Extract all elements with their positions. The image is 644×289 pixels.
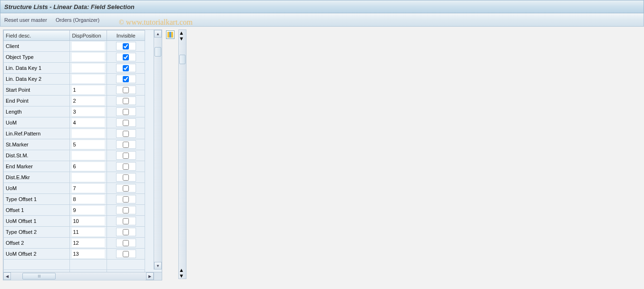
disp-position-input[interactable] [72, 53, 105, 61]
invisible-checkbox[interactable] [123, 251, 129, 257]
cell-disp-position[interactable] [70, 52, 107, 63]
cell-field-desc[interactable]: Dist.St.M. [4, 150, 70, 161]
disp-position-input[interactable] [72, 173, 105, 182]
cell-disp-position[interactable] [70, 161, 107, 172]
invisible-checkbox[interactable] [123, 54, 129, 60]
disp-position-input[interactable] [72, 96, 105, 105]
invisible-checkbox[interactable] [123, 207, 129, 213]
cell-invisible[interactable] [107, 52, 145, 63]
cell-field-desc[interactable]: St.Marker [4, 139, 70, 150]
disp-position-input[interactable] [72, 107, 105, 116]
cell-invisible[interactable] [107, 139, 145, 150]
header-invisible[interactable]: Invisible [107, 30, 145, 41]
cell-disp-position[interactable] [70, 74, 107, 85]
invisible-checkbox[interactable] [123, 131, 129, 137]
cell-disp-position[interactable] [70, 85, 107, 96]
scroll-up-icon[interactable]: ▲ [154, 30, 162, 38]
table-settings-icon[interactable] [166, 30, 175, 39]
disp-position-input[interactable] [72, 184, 105, 193]
scroll-down-icon[interactable]: ▼ [179, 36, 186, 41]
header-field-desc[interactable]: Field desc. [4, 30, 70, 41]
scroll-right-icon[interactable]: ▶ [146, 272, 154, 280]
cell-invisible[interactable] [107, 194, 145, 205]
invisible-checkbox[interactable] [123, 229, 129, 235]
disp-position-input[interactable] [72, 75, 105, 83]
table-vertical-scrollbar[interactable]: ▲ ▼ [154, 30, 162, 270]
cell-field-desc[interactable]: UoM [4, 117, 70, 128]
invisible-checkbox[interactable] [123, 240, 129, 246]
orders-organizer-button[interactable]: Orders (Organizer) [56, 17, 99, 23]
cell-field-desc[interactable]: Start Point [4, 85, 70, 96]
invisible-checkbox[interactable] [123, 120, 129, 126]
cell-disp-position[interactable] [70, 128, 107, 139]
cell-field-desc[interactable]: UoM Offset 1 [4, 216, 70, 227]
cell-invisible[interactable] [107, 249, 145, 260]
cell-invisible[interactable] [107, 238, 145, 249]
cell-disp-position[interactable] [70, 172, 107, 183]
header-disp-position[interactable]: DispPosition [70, 30, 107, 41]
scroll-track[interactable] [154, 38, 162, 262]
cell-invisible[interactable] [107, 96, 145, 106]
disp-position-input[interactable] [72, 162, 105, 171]
cell-disp-position[interactable] [70, 41, 107, 52]
page-vertical-scrollbar[interactable]: ▲ ▼ ▲ ▼ [178, 29, 186, 279]
cell-invisible[interactable] [107, 63, 145, 74]
cell-invisible[interactable] [107, 161, 145, 172]
cell-invisible[interactable] [107, 172, 145, 183]
cell-field-desc[interactable]: Lin. Data Key 2 [4, 74, 70, 85]
cell-disp-position[interactable] [70, 227, 107, 238]
disp-position-input[interactable] [72, 217, 105, 225]
cell-field-desc[interactable]: End Point [4, 96, 70, 106]
cell-field-desc[interactable]: Type Offset 1 [4, 194, 70, 205]
cell-disp-position[interactable] [70, 205, 107, 216]
scroll-left-icon[interactable]: ◀ [3, 272, 11, 280]
disp-position-input[interactable] [72, 42, 105, 50]
disp-position-input[interactable] [72, 239, 105, 247]
scroll-thumb-h[interactable] [22, 273, 56, 279]
disp-position-input[interactable] [72, 206, 105, 214]
cell-invisible[interactable] [107, 85, 145, 96]
invisible-checkbox[interactable] [123, 98, 129, 104]
cell-invisible[interactable] [107, 74, 145, 85]
invisible-checkbox[interactable] [123, 196, 129, 202]
invisible-checkbox[interactable] [123, 153, 129, 159]
scroll-up-icon[interactable]: ▲ [179, 267, 186, 273]
cell-invisible[interactable] [107, 216, 145, 227]
invisible-checkbox[interactable] [123, 76, 129, 82]
cell-disp-position[interactable] [70, 63, 107, 74]
invisible-checkbox[interactable] [123, 87, 129, 93]
cell-disp-position[interactable] [70, 216, 107, 227]
invisible-checkbox[interactable] [123, 109, 129, 115]
invisible-checkbox[interactable] [123, 174, 129, 181]
scroll-track[interactable] [179, 41, 186, 267]
invisible-checkbox[interactable] [123, 43, 129, 49]
disp-position-input[interactable] [72, 228, 105, 236]
cell-invisible[interactable] [107, 106, 145, 117]
disp-position-input[interactable] [72, 64, 105, 72]
disp-position-input[interactable] [72, 151, 105, 160]
scroll-down-icon[interactable]: ▼ [179, 273, 186, 279]
cell-disp-position[interactable] [70, 150, 107, 161]
scroll-down-icon[interactable]: ▼ [154, 262, 162, 270]
reset-user-master-button[interactable]: Reset user master [4, 17, 47, 23]
cell-disp-position[interactable] [70, 139, 107, 150]
cell-field-desc[interactable]: Object Type [4, 52, 70, 63]
cell-field-desc[interactable]: Type Offset 2 [4, 227, 70, 238]
scroll-thumb[interactable] [155, 47, 161, 57]
cell-invisible[interactable] [107, 205, 145, 216]
cell-field-desc[interactable]: Offset 2 [4, 238, 70, 249]
cell-invisible[interactable] [107, 150, 145, 161]
disp-position-input[interactable] [72, 195, 105, 203]
invisible-checkbox[interactable] [123, 218, 129, 224]
scroll-track-h[interactable] [11, 272, 146, 280]
cell-field-desc[interactable]: Length [4, 106, 70, 117]
cell-field-desc[interactable]: Client [4, 41, 70, 52]
scroll-thumb[interactable] [179, 55, 185, 64]
invisible-checkbox[interactable] [123, 164, 129, 170]
cell-field-desc[interactable]: Lin. Data Key 1 [4, 63, 70, 74]
disp-position-input[interactable] [72, 129, 105, 138]
disp-position-input[interactable] [72, 140, 105, 149]
cell-disp-position[interactable] [70, 117, 107, 128]
table-horizontal-scrollbar[interactable]: ◀ ▶ [3, 272, 154, 280]
disp-position-input[interactable] [72, 86, 105, 94]
